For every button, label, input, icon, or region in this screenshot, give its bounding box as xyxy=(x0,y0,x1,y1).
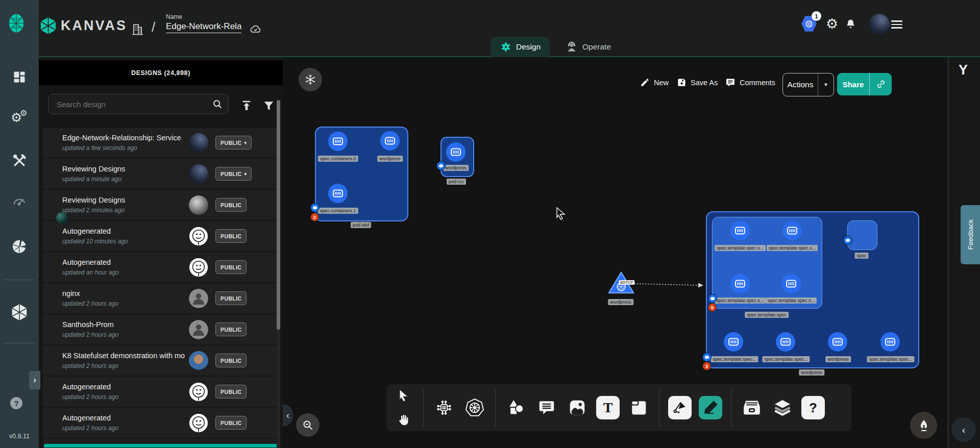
node-container[interactable] xyxy=(446,142,465,162)
actions-label[interactable]: Actions xyxy=(783,80,818,89)
playground-y-icon[interactable]: Y xyxy=(959,62,968,78)
edge-service-to-deployment[interactable] xyxy=(633,280,705,289)
kanvas-logo[interactable]: KANVAS xyxy=(40,16,127,35)
visibility-badge[interactable]: PUBLIC xyxy=(215,322,247,336)
save-as-button[interactable]: Save As xyxy=(677,78,718,87)
freehand-draw-tool[interactable] xyxy=(699,396,722,419)
node-container[interactable] xyxy=(724,332,743,352)
comments-button[interactable]: Comments xyxy=(725,78,775,88)
design-list-item[interactable]: Santhosh-Prom updated 2 hours ago PUBLIC xyxy=(43,314,279,344)
node-container[interactable] xyxy=(782,221,802,240)
help-tool[interactable]: ? xyxy=(801,396,825,419)
copy-link-icon[interactable] xyxy=(870,79,892,89)
collapse-right-chevron[interactable]: ‹ xyxy=(951,417,976,442)
visibility-badge[interactable]: PUBLIC▾ xyxy=(215,136,252,150)
share-label[interactable]: Share xyxy=(837,80,869,89)
node-container[interactable] xyxy=(828,332,847,352)
tab-operate[interactable]: Operate xyxy=(556,37,620,57)
pod-type-badge[interactable] xyxy=(708,294,717,303)
error-count-badge[interactable]: 3 xyxy=(702,362,711,370)
design-list-item[interactable]: Autogenerated updated an hour ago PUBLIC xyxy=(43,252,279,282)
collapse-drawer-chevron[interactable]: ‹ xyxy=(283,404,293,427)
visibility-badge[interactable]: PUBLIC xyxy=(215,416,247,430)
tab-design[interactable]: Design xyxy=(491,37,550,57)
design-list-item[interactable]: Reviewing Designs updated 2 minutes ago … xyxy=(43,190,279,220)
note-tool[interactable] xyxy=(627,396,650,419)
sidebar-item-extensions[interactable] xyxy=(0,238,39,255)
sidebar-expand-button[interactable]: › xyxy=(29,371,40,389)
cursor-tool[interactable] xyxy=(391,384,415,407)
pan-hand-tool[interactable] xyxy=(391,408,415,432)
design-list-item[interactable]: Autogenerated updated 2 hours ago PUBLIC xyxy=(43,408,279,438)
shapes-tool[interactable] xyxy=(504,396,528,419)
node-container[interactable] xyxy=(776,332,795,352)
error-count-badge[interactable]: 5 xyxy=(708,303,717,312)
pen-nib-button[interactable] xyxy=(910,412,937,439)
menu-hamburger-icon[interactable] xyxy=(891,18,902,31)
design-canvas[interactable]: New Save As Comments Actions ▼ Share spe… xyxy=(283,57,948,448)
meshery-logo[interactable] xyxy=(7,11,26,35)
text-tool[interactable]: T xyxy=(596,396,620,419)
kubernetes-context-button[interactable]: 1 xyxy=(801,15,817,32)
design-list-item[interactable]: Autogenerated updated 2 hours ago PUBLIC xyxy=(43,377,279,407)
sidebar-item-configuration[interactable] xyxy=(0,153,39,168)
layers-tool[interactable] xyxy=(771,396,794,419)
design-owner-avatar xyxy=(189,258,208,277)
visibility-badge[interactable]: PUBLIC xyxy=(215,260,247,274)
design-search-box[interactable] xyxy=(48,94,229,114)
design-list-item[interactable]: nginx updated 2 hours ago PUBLIC xyxy=(43,283,279,313)
design-list-item[interactable]: Edge-Network-Relationship: Service updat… xyxy=(43,128,279,158)
design-list-item[interactable]: Reviewing Designs updated a minute ago P… xyxy=(43,159,279,189)
user-avatar[interactable] xyxy=(869,14,890,35)
visibility-badge[interactable]: PUBLIC xyxy=(215,198,247,212)
visibility-badge[interactable]: PUBLIC xyxy=(215,385,247,399)
sidebar-item-performance[interactable] xyxy=(0,194,39,207)
node-container[interactable] xyxy=(328,184,348,203)
design-name-input[interactable] xyxy=(166,20,241,33)
node-container[interactable] xyxy=(781,274,801,293)
help-button[interactable]: ? xyxy=(10,397,22,409)
pod-type-badge[interactable] xyxy=(843,236,852,245)
organization-icon[interactable] xyxy=(130,21,144,37)
error-count-badge[interactable]: 2 xyxy=(310,213,319,221)
notifications-bell-icon[interactable] xyxy=(845,18,856,30)
sidebar-item-kanvas[interactable] xyxy=(0,303,39,321)
sidebar-item-dashboard[interactable] xyxy=(0,70,39,84)
visibility-badge[interactable]: PUBLIC xyxy=(215,229,247,243)
pen-tool[interactable] xyxy=(668,396,692,419)
deployment-type-badge[interactable] xyxy=(702,353,712,362)
image-tool[interactable] xyxy=(566,396,589,419)
sidebar-item-lifecycle[interactable]: ⚙ ⚙ xyxy=(0,110,39,126)
actions-split-button[interactable]: Actions ▼ xyxy=(782,73,834,96)
node-spec[interactable] xyxy=(847,220,877,250)
kubernetes-cluster-button[interactable] xyxy=(299,68,322,91)
design-list-item[interactable]: K8 Statefulset demonstration with mon up… xyxy=(43,345,279,376)
node-container[interactable] xyxy=(880,332,900,352)
visibility-badge[interactable]: PUBLIC▾ xyxy=(215,167,252,181)
actions-caret-icon[interactable]: ▼ xyxy=(818,82,834,87)
visibility-badge[interactable]: PUBLIC xyxy=(215,354,247,367)
settings-gear-icon[interactable]: ⚙ xyxy=(826,16,838,32)
feedback-tab[interactable]: Feedback xyxy=(961,205,980,264)
zoom-button[interactable] xyxy=(296,413,320,437)
annotation-tool[interactable] xyxy=(535,396,558,419)
import-design-icon[interactable] xyxy=(240,99,253,112)
share-split-button[interactable]: Share xyxy=(837,73,892,95)
node-container[interactable] xyxy=(328,132,348,151)
filter-funnel-icon[interactable] xyxy=(262,99,275,112)
node-container[interactable] xyxy=(730,221,750,240)
drawer-tool[interactable] xyxy=(740,396,764,419)
design-search-input[interactable] xyxy=(56,99,212,109)
kubernetes-tool[interactable] xyxy=(463,396,486,419)
pod-type-badge[interactable] xyxy=(310,203,320,212)
components-tool[interactable] xyxy=(432,396,456,419)
pod-type-badge[interactable] xyxy=(436,161,446,170)
new-design-button[interactable]: New xyxy=(640,78,669,87)
design-list-item[interactable]: Autogenerated updated 10 minutes ago PUB… xyxy=(43,221,279,251)
node-container[interactable] xyxy=(380,131,400,151)
visibility-badge[interactable]: PUBLIC xyxy=(215,291,247,305)
designs-scrollbar-thumb[interactable] xyxy=(277,100,280,330)
node-pod-template-group[interactable] xyxy=(712,217,822,309)
node-label: wordpress xyxy=(377,156,403,162)
node-container[interactable] xyxy=(730,274,750,293)
